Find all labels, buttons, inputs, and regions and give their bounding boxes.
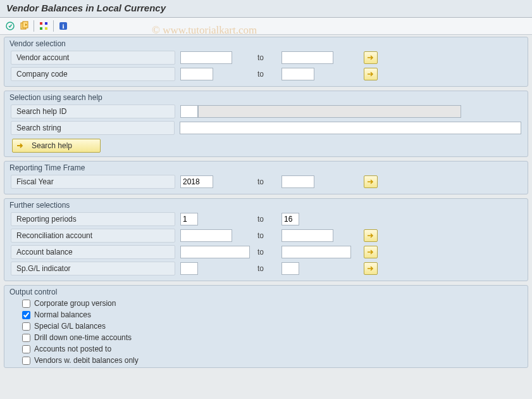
to-label: to	[256, 53, 275, 62]
label-fiscal-year: Fiscal Year	[11, 175, 175, 189]
group-title: Vendor selection	[4, 37, 528, 48]
label-account-balance: Account balance	[11, 245, 175, 259]
label-search-help-id: Search help ID	[11, 104, 175, 118]
output-checkbox-label: Accounts not posted to	[33, 345, 111, 353]
group-title: Selection using search help	[4, 91, 528, 102]
output-checkbox-row: Vendors w. debit balances only	[4, 355, 528, 366]
multi-select-button[interactable]	[364, 262, 378, 275]
sp-gl-from-input[interactable]	[180, 262, 198, 275]
output-checkbox[interactable]	[22, 334, 30, 342]
svg-rect-3	[40, 22, 42, 25]
search-help-button-label: Search help	[32, 141, 72, 150]
output-checkbox-label: Corporate group version	[33, 299, 116, 308]
output-checkbox-label: Special G/L balances	[33, 322, 106, 331]
search-help-id-code-input[interactable]	[180, 105, 198, 118]
output-checkbox-label: Drill down one-time accounts	[33, 333, 132, 342]
execute-icon[interactable]	[4, 20, 16, 32]
reconciliation-to-input[interactable]	[281, 229, 333, 242]
to-label: to	[256, 248, 275, 256]
group-title: Reporting Time Frame	[4, 162, 528, 172]
to-label: to	[256, 264, 275, 273]
toolbar-divider	[53, 20, 54, 32]
get-variant-icon[interactable]	[18, 20, 30, 32]
company-code-from-input[interactable]	[180, 68, 213, 80]
output-checkbox[interactable]	[22, 357, 30, 365]
output-checkbox-label: Vendors w. debit balances only	[33, 356, 139, 365]
label-reconciliation-account: Reconciliation account	[11, 229, 175, 243]
label-sp-gl-indicator: Sp.G/L indicator	[11, 262, 175, 276]
multi-select-button[interactable]	[364, 68, 378, 80]
output-checkbox[interactable]	[22, 322, 30, 331]
group-output-control: Output control Corporate group versionNo…	[4, 285, 528, 368]
to-label: to	[256, 177, 275, 186]
vendor-account-to-input[interactable]	[281, 51, 333, 64]
output-checkbox[interactable]	[22, 311, 30, 319]
reporting-periods-from-input[interactable]	[180, 213, 198, 225]
group-reporting-time: Reporting Time Frame Fiscal Year to	[4, 161, 528, 194]
svg-rect-4	[40, 27, 42, 30]
window-title: Vendor Balances in Local Currency	[0, 0, 532, 18]
fiscal-year-to-input[interactable]	[281, 175, 314, 188]
label-company-code: Company code	[11, 67, 175, 81]
to-label: to	[256, 231, 275, 240]
search-help-button[interactable]: Search help	[12, 139, 101, 153]
multi-select-button[interactable]	[364, 229, 378, 242]
output-checkbox-row: Normal balances	[4, 309, 528, 320]
output-checkbox[interactable]	[22, 300, 30, 308]
reporting-periods-to-input[interactable]	[281, 213, 299, 225]
toolbar: i	[0, 18, 532, 35]
group-vendor-selection: Vendor selection Vendor account to Compa…	[4, 37, 528, 87]
svg-rect-6	[45, 27, 47, 30]
label-vendor-account: Vendor account	[11, 51, 175, 65]
multi-select-button[interactable]	[364, 246, 378, 258]
group-title: Output control	[4, 286, 528, 296]
group-title: Further selections	[4, 199, 528, 210]
output-checkbox-row: Accounts not posted to	[4, 343, 528, 355]
label-search-string: Search string	[11, 121, 175, 135]
output-checkbox[interactable]	[22, 345, 30, 353]
account-balance-from-input[interactable]	[180, 246, 250, 258]
to-label: to	[256, 70, 275, 79]
output-checkbox-row: Drill down one-time accounts	[4, 332, 528, 343]
output-checkbox-row: Special G/L balances	[4, 320, 528, 332]
reconciliation-from-input[interactable]	[180, 229, 232, 242]
search-help-id-desc-input[interactable]	[198, 105, 461, 118]
sp-gl-to-input[interactable]	[281, 262, 299, 275]
output-checkbox-label: Normal balances	[33, 310, 91, 319]
fiscal-year-from-input[interactable]	[180, 175, 213, 188]
toolbar-divider	[34, 20, 34, 32]
multi-select-button[interactable]	[364, 51, 378, 64]
selection-options-icon[interactable]	[37, 20, 50, 32]
group-search-help: Selection using search help Search help …	[4, 91, 528, 157]
group-further-selections: Further selections Reporting periods to …	[4, 198, 528, 281]
company-code-to-input[interactable]	[281, 68, 314, 80]
multi-select-button[interactable]	[364, 175, 378, 188]
vendor-account-from-input[interactable]	[180, 51, 232, 64]
search-string-input[interactable]	[180, 122, 521, 134]
output-checkbox-row: Corporate group version	[4, 298, 528, 309]
to-label: to	[256, 215, 275, 224]
svg-text:i: i	[62, 22, 64, 30]
info-icon[interactable]: i	[57, 20, 70, 32]
svg-rect-5	[45, 22, 47, 25]
account-balance-to-input[interactable]	[281, 246, 351, 258]
label-reporting-periods: Reporting periods	[11, 212, 175, 226]
